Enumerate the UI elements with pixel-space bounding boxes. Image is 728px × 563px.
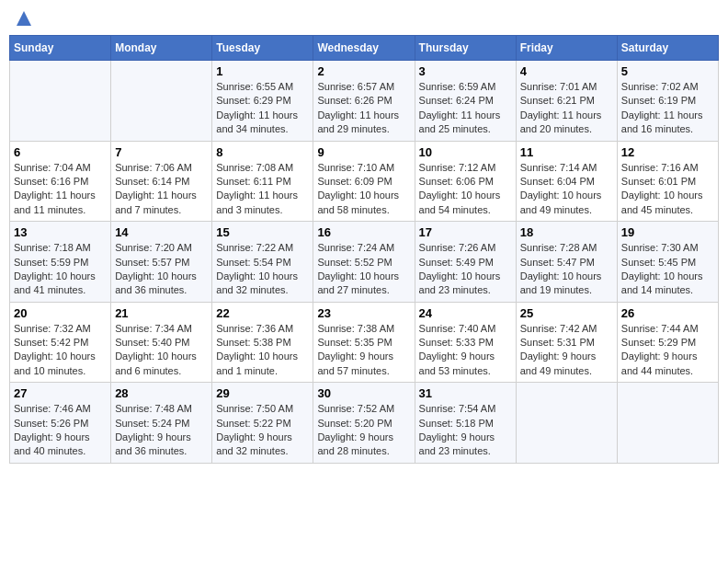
daylight-text: Daylight: 9 hours and 49 minutes. bbox=[520, 350, 613, 378]
sunrise-text: Sunrise: 7:48 AM bbox=[115, 402, 208, 416]
sunset-text: Sunset: 5:59 PM bbox=[14, 256, 107, 270]
day-info: Sunrise: 7:42 AMSunset: 5:31 PMDaylight:… bbox=[520, 322, 613, 379]
day-info: Sunrise: 7:02 AMSunset: 6:19 PMDaylight:… bbox=[621, 80, 714, 137]
day-number: 22 bbox=[216, 306, 309, 320]
calendar-cell: 25Sunrise: 7:42 AMSunset: 5:31 PMDayligh… bbox=[516, 302, 617, 383]
day-info: Sunrise: 7:24 AMSunset: 5:52 PMDaylight:… bbox=[317, 241, 410, 298]
sunset-text: Sunset: 5:54 PM bbox=[216, 256, 309, 270]
calendar-cell: 7Sunrise: 7:06 AMSunset: 6:14 PMDaylight… bbox=[111, 141, 212, 222]
day-info: Sunrise: 7:34 AMSunset: 5:40 PMDaylight:… bbox=[115, 322, 208, 379]
sunset-text: Sunset: 6:06 PM bbox=[419, 175, 512, 189]
svg-marker-0 bbox=[17, 11, 31, 26]
day-number: 25 bbox=[520, 306, 613, 320]
daylight-text: Daylight: 10 hours and 10 minutes. bbox=[14, 350, 107, 378]
day-number: 11 bbox=[520, 145, 613, 159]
calendar-cell bbox=[617, 383, 718, 464]
sunrise-text: Sunrise: 7:32 AM bbox=[14, 322, 107, 336]
calendar-header-day: Tuesday bbox=[212, 36, 313, 61]
calendar-week-row: 6Sunrise: 7:04 AMSunset: 6:16 PMDaylight… bbox=[10, 141, 719, 222]
daylight-text: Daylight: 11 hours and 20 minutes. bbox=[520, 109, 613, 137]
calendar-cell: 4Sunrise: 7:01 AMSunset: 6:21 PMDaylight… bbox=[516, 61, 617, 142]
calendar-cell: 5Sunrise: 7:02 AMSunset: 6:19 PMDaylight… bbox=[617, 61, 718, 142]
sunrise-text: Sunrise: 7:08 AM bbox=[216, 161, 309, 175]
day-info: Sunrise: 7:48 AMSunset: 5:24 PMDaylight:… bbox=[115, 402, 208, 459]
calendar-cell: 29Sunrise: 7:50 AMSunset: 5:22 PMDayligh… bbox=[212, 383, 313, 464]
sunset-text: Sunset: 5:57 PM bbox=[115, 256, 208, 270]
daylight-text: Daylight: 11 hours and 7 minutes. bbox=[115, 189, 208, 217]
day-info: Sunrise: 7:22 AMSunset: 5:54 PMDaylight:… bbox=[216, 241, 309, 298]
calendar-cell: 1Sunrise: 6:55 AMSunset: 6:29 PMDaylight… bbox=[212, 61, 313, 142]
day-number: 18 bbox=[520, 225, 613, 239]
day-number: 9 bbox=[317, 145, 410, 159]
daylight-text: Daylight: 9 hours and 23 minutes. bbox=[419, 431, 512, 459]
calendar-header-day: Monday bbox=[111, 36, 212, 61]
daylight-text: Daylight: 9 hours and 40 minutes. bbox=[14, 431, 107, 459]
sunrise-text: Sunrise: 7:30 AM bbox=[621, 241, 714, 255]
sunset-text: Sunset: 5:18 PM bbox=[419, 417, 512, 431]
day-info: Sunrise: 7:32 AMSunset: 5:42 PMDaylight:… bbox=[14, 322, 107, 379]
day-info: Sunrise: 7:06 AMSunset: 6:14 PMDaylight:… bbox=[115, 161, 208, 218]
calendar-cell: 17Sunrise: 7:26 AMSunset: 5:49 PMDayligh… bbox=[415, 222, 516, 303]
sunset-text: Sunset: 6:09 PM bbox=[317, 175, 410, 189]
day-number: 21 bbox=[115, 306, 208, 320]
daylight-text: Daylight: 11 hours and 16 minutes. bbox=[621, 109, 714, 137]
calendar-cell: 16Sunrise: 7:24 AMSunset: 5:52 PMDayligh… bbox=[313, 222, 415, 303]
calendar-cell: 26Sunrise: 7:44 AMSunset: 5:29 PMDayligh… bbox=[617, 302, 718, 383]
sunset-text: Sunset: 5:31 PM bbox=[520, 336, 613, 350]
day-number: 24 bbox=[419, 306, 512, 320]
daylight-text: Daylight: 11 hours and 34 minutes. bbox=[216, 109, 309, 137]
day-info: Sunrise: 7:38 AMSunset: 5:35 PMDaylight:… bbox=[317, 322, 410, 379]
sunset-text: Sunset: 5:22 PM bbox=[216, 417, 309, 431]
day-number: 31 bbox=[419, 386, 512, 400]
day-number: 14 bbox=[115, 225, 208, 239]
calendar-cell: 15Sunrise: 7:22 AMSunset: 5:54 PMDayligh… bbox=[212, 222, 313, 303]
day-info: Sunrise: 7:52 AMSunset: 5:20 PMDaylight:… bbox=[317, 402, 410, 459]
calendar-cell: 9Sunrise: 7:10 AMSunset: 6:09 PMDaylight… bbox=[313, 141, 415, 222]
sunrise-text: Sunrise: 7:38 AM bbox=[317, 322, 410, 336]
day-info: Sunrise: 7:28 AMSunset: 5:47 PMDaylight:… bbox=[520, 241, 613, 298]
day-number: 23 bbox=[317, 306, 410, 320]
calendar-cell: 22Sunrise: 7:36 AMSunset: 5:38 PMDayligh… bbox=[212, 302, 313, 383]
daylight-text: Daylight: 9 hours and 57 minutes. bbox=[317, 350, 410, 378]
calendar-cell: 30Sunrise: 7:52 AMSunset: 5:20 PMDayligh… bbox=[313, 383, 415, 464]
sunrise-text: Sunrise: 7:24 AM bbox=[317, 241, 410, 255]
sunrise-text: Sunrise: 7:01 AM bbox=[520, 80, 613, 94]
day-number: 19 bbox=[621, 225, 714, 239]
daylight-text: Daylight: 10 hours and 19 minutes. bbox=[520, 270, 613, 298]
day-info: Sunrise: 6:59 AMSunset: 6:24 PMDaylight:… bbox=[419, 80, 512, 137]
daylight-text: Daylight: 9 hours and 36 minutes. bbox=[115, 431, 208, 459]
daylight-text: Daylight: 9 hours and 53 minutes. bbox=[419, 350, 512, 378]
sunset-text: Sunset: 6:11 PM bbox=[216, 175, 309, 189]
sunrise-text: Sunrise: 7:50 AM bbox=[216, 402, 309, 416]
calendar-cell: 6Sunrise: 7:04 AMSunset: 6:16 PMDaylight… bbox=[10, 141, 111, 222]
calendar-cell: 24Sunrise: 7:40 AMSunset: 5:33 PMDayligh… bbox=[415, 302, 516, 383]
calendar-cell: 21Sunrise: 7:34 AMSunset: 5:40 PMDayligh… bbox=[111, 302, 212, 383]
sunrise-text: Sunrise: 6:59 AM bbox=[419, 80, 512, 94]
calendar-table: SundayMondayTuesdayWednesdayThursdayFrid… bbox=[9, 35, 719, 464]
day-number: 15 bbox=[216, 225, 309, 239]
logo bbox=[13, 9, 33, 28]
sunset-text: Sunset: 6:04 PM bbox=[520, 175, 613, 189]
sunrise-text: Sunrise: 7:54 AM bbox=[419, 402, 512, 416]
day-info: Sunrise: 7:18 AMSunset: 5:59 PMDaylight:… bbox=[14, 241, 107, 298]
daylight-text: Daylight: 10 hours and 41 minutes. bbox=[14, 270, 107, 298]
daylight-text: Daylight: 10 hours and 23 minutes. bbox=[419, 270, 512, 298]
day-info: Sunrise: 6:57 AMSunset: 6:26 PMDaylight:… bbox=[317, 80, 410, 137]
sunset-text: Sunset: 5:47 PM bbox=[520, 256, 613, 270]
calendar-week-row: 13Sunrise: 7:18 AMSunset: 5:59 PMDayligh… bbox=[10, 222, 719, 303]
day-info: Sunrise: 6:55 AMSunset: 6:29 PMDaylight:… bbox=[216, 80, 309, 137]
calendar-header-day: Wednesday bbox=[313, 36, 415, 61]
calendar-cell: 31Sunrise: 7:54 AMSunset: 5:18 PMDayligh… bbox=[415, 383, 516, 464]
sunset-text: Sunset: 5:29 PM bbox=[621, 336, 714, 350]
day-info: Sunrise: 7:30 AMSunset: 5:45 PMDaylight:… bbox=[621, 241, 714, 298]
sunrise-text: Sunrise: 7:40 AM bbox=[419, 322, 512, 336]
page-header bbox=[9, 9, 719, 28]
daylight-text: Daylight: 11 hours and 29 minutes. bbox=[317, 109, 410, 137]
daylight-text: Daylight: 10 hours and 54 minutes. bbox=[419, 189, 512, 217]
day-number: 27 bbox=[14, 386, 107, 400]
day-info: Sunrise: 7:14 AMSunset: 6:04 PMDaylight:… bbox=[520, 161, 613, 218]
calendar-header-row: SundayMondayTuesdayWednesdayThursdayFrid… bbox=[10, 36, 719, 61]
sunrise-text: Sunrise: 7:18 AM bbox=[14, 241, 107, 255]
day-number: 10 bbox=[419, 145, 512, 159]
sunrise-text: Sunrise: 7:42 AM bbox=[520, 322, 613, 336]
